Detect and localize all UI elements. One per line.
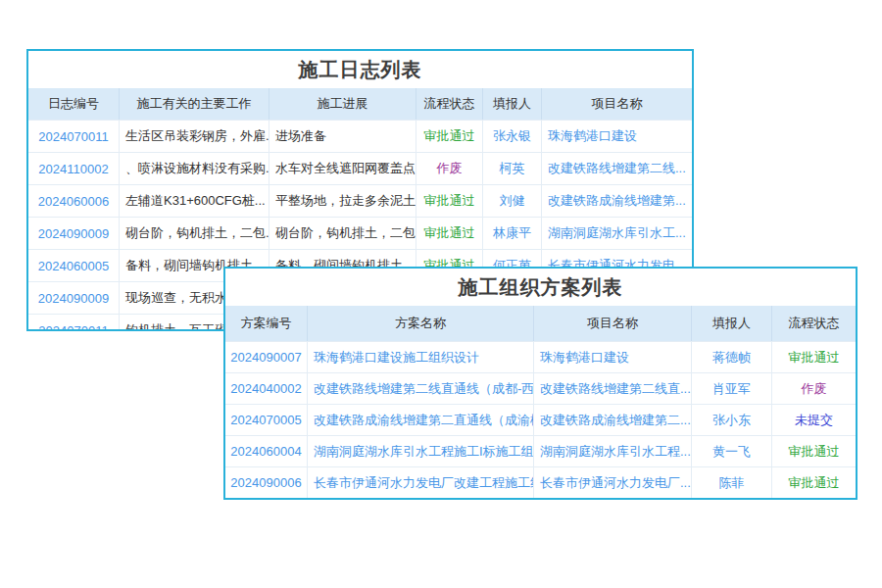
log-id-link[interactable]: 2024090009 <box>28 282 120 314</box>
log-id-link[interactable]: 2024110002 <box>28 153 120 184</box>
progress-text: 平整场地，拉走多余泥土... <box>270 185 416 217</box>
project-name-link[interactable]: 珠海鹤港口建设 <box>542 121 692 152</box>
construction-plan-title: 施工组织方案列表 <box>225 269 856 306</box>
status-badge: 审批通过 <box>772 467 856 498</box>
column-header-plan-id: 方案编号 <box>225 306 308 341</box>
table-row: 2024110002、喷淋设施材料没有采购...水车对全线遮阳网覆盖点...作废… <box>28 152 692 184</box>
project-name-link[interactable]: 改建铁路线增建第二线... <box>542 153 692 184</box>
table-row: 2024060004湖南洞庭湖水库引水工程施工I标施工组织...湖南洞庭湖水库引… <box>225 435 856 466</box>
table-row: 2024090006长春市伊通河水力发电厂改建工程施工组...长春市伊通河水力发… <box>225 466 856 498</box>
reporter-name: 陈菲 <box>692 467 772 498</box>
plan-id-link[interactable]: 2024040002 <box>225 373 308 404</box>
project-name-link[interactable]: 改建铁路线增建第二线直... <box>534 373 692 404</box>
column-header-status: 流程状态 <box>772 306 856 341</box>
project-name-link[interactable]: 改建铁路成渝线增建第... <box>542 185 692 217</box>
reporter-name: 张小东 <box>692 405 772 435</box>
main-work-text: 、喷淋设施材料没有采购... <box>120 153 270 184</box>
plan-name-link[interactable]: 湖南洞庭湖水库引水工程施工I标施工组织... <box>308 436 534 466</box>
reporter-name: 蒋德帧 <box>692 342 772 372</box>
progress-text: 水车对全线遮阳网覆盖点... <box>270 153 416 184</box>
plan-id-link[interactable]: 2024070005 <box>225 405 308 435</box>
progress-text: 砌台阶，钩机排土，二包... <box>270 218 416 249</box>
reporter-name: 林康平 <box>483 218 542 249</box>
progress-text: 进场准备 <box>270 121 416 152</box>
column-header-main-work: 施工有关的主要工作 <box>120 88 270 120</box>
plan-id-link[interactable]: 2024090007 <box>225 342 308 372</box>
construction-plan-header-row: 方案编号 方案名称 项目名称 填报人 流程状态 <box>225 306 856 341</box>
project-name-link[interactable]: 珠海鹤港口建设 <box>534 342 692 372</box>
status-badge: 审批通过 <box>416 218 483 249</box>
column-header-progress: 施工进展 <box>270 88 416 120</box>
column-header-log-id: 日志编号 <box>28 88 120 120</box>
table-row: 2024070011生活区吊装彩钢房，外雇...进场准备审批通过张永银珠海鹤港口… <box>28 120 692 152</box>
column-header-reporter: 填报人 <box>483 88 542 120</box>
log-id-link[interactable]: 2024060006 <box>28 185 120 217</box>
project-name-link[interactable]: 湖南洞庭湖水库引水工... <box>542 218 692 249</box>
plan-name-link[interactable]: 改建铁路成渝线增建第二直通线（成渝枢... <box>308 405 534 435</box>
status-badge: 作废 <box>772 373 856 404</box>
reporter-name: 张永银 <box>483 121 542 152</box>
project-name-link[interactable]: 湖南洞庭湖水库引水工程... <box>534 436 692 466</box>
column-header-project: 项目名称 <box>542 88 692 120</box>
column-header-status: 流程状态 <box>416 88 483 120</box>
main-work-text: 左辅道K31+600CFG桩... <box>120 185 270 217</box>
table-row: 2024070005改建铁路成渝线增建第二直通线（成渝枢...改建铁路成渝线增建… <box>225 404 856 435</box>
table-row: 2024060006左辅道K31+600CFG桩...平整场地，拉走多余泥土..… <box>28 184 692 217</box>
column-header-project: 项目名称 <box>534 306 692 341</box>
column-header-plan-name: 方案名称 <box>308 306 534 341</box>
plan-id-link[interactable]: 2024060004 <box>225 436 308 466</box>
log-id-link[interactable]: 2024070011 <box>28 315 120 331</box>
status-badge: 审批通过 <box>416 185 483 217</box>
log-id-link[interactable]: 2024060005 <box>28 250 120 281</box>
plan-name-link[interactable]: 改建铁路线增建第二线直通线（成都-西... <box>308 373 534 404</box>
column-header-reporter: 填报人 <box>692 306 772 341</box>
main-work-text: 砌台阶，钩机排土，二包... <box>120 218 270 249</box>
construction-log-header-row: 日志编号 施工有关的主要工作 施工进展 流程状态 填报人 项目名称 <box>28 88 692 120</box>
table-row: 2024090007珠海鹤港口建设施工组织设计珠海鹤港口建设蒋德帧审批通过 <box>225 341 856 372</box>
plan-name-link[interactable]: 长春市伊通河水力发电厂改建工程施工组... <box>308 467 534 498</box>
reporter-name: 刘健 <box>483 185 542 217</box>
reporter-name: 肖亚军 <box>692 373 772 404</box>
status-badge: 审批通过 <box>416 121 483 152</box>
construction-log-title: 施工日志列表 <box>28 51 692 88</box>
construction-plan-table: 施工组织方案列表 方案编号 方案名称 项目名称 填报人 流程状态 2024090… <box>223 267 858 500</box>
status-badge: 审批通过 <box>772 436 856 466</box>
project-name-link[interactable]: 改建铁路成渝线增建第二... <box>534 405 692 435</box>
plan-id-link[interactable]: 2024090006 <box>225 467 308 498</box>
construction-plan-body: 2024090007珠海鹤港口建设施工组织设计珠海鹤港口建设蒋德帧审批通过202… <box>225 341 856 498</box>
log-id-link[interactable]: 2024090009 <box>28 218 120 249</box>
reporter-name: 黄一飞 <box>692 436 772 466</box>
table-row: 2024040002改建铁路线增建第二线直通线（成都-西...改建铁路线增建第二… <box>225 372 856 404</box>
status-badge: 审批通过 <box>772 342 856 372</box>
plan-name-link[interactable]: 珠海鹤港口建设施工组织设计 <box>308 342 534 372</box>
page-background: 施工日志列表 日志编号 施工有关的主要工作 施工进展 流程状态 填报人 项目名称… <box>0 0 882 588</box>
table-row: 2024090009砌台阶，钩机排土，二包...砌台阶，钩机排土，二包...审批… <box>28 217 692 249</box>
reporter-name: 柯英 <box>483 153 542 184</box>
status-badge: 作废 <box>416 153 483 184</box>
project-name-link[interactable]: 长春市伊通河水力发电厂... <box>534 467 692 498</box>
main-work-text: 生活区吊装彩钢房，外雇... <box>120 121 270 152</box>
log-id-link[interactable]: 2024070011 <box>28 121 120 152</box>
status-badge: 未提交 <box>772 405 856 435</box>
